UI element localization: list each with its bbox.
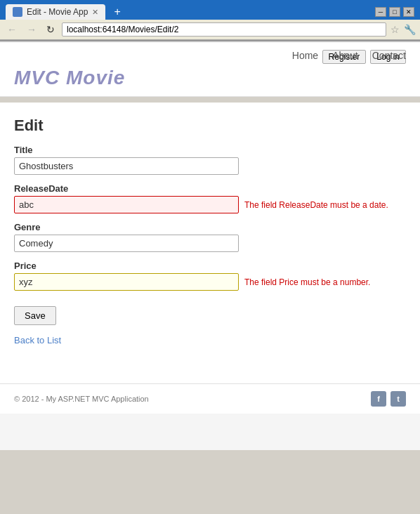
address-bar: ← → ↻ ☆ 🔧 [0, 20, 420, 40]
title-label: Title [14, 145, 406, 155]
save-button[interactable]: Save [14, 306, 56, 325]
site-nav: Home About Contact [292, 50, 406, 65]
nav-about[interactable]: About [332, 50, 358, 61]
release-date-field-group: ReleaseDate The field ReleaseDate must b… [14, 183, 406, 213]
site-header: Register Log in MVC Movie Home About Con… [0, 43, 420, 97]
facebook-icon[interactable]: f [371, 391, 386, 407]
genre-field-group: Genre [14, 222, 406, 252]
nav-contact[interactable]: Contact [372, 50, 406, 61]
window-controls: ─ □ ✕ [375, 7, 414, 17]
footer-social-icons: f t [371, 391, 406, 407]
close-btn[interactable]: ✕ [403, 7, 414, 17]
nav-home[interactable]: Home [292, 50, 318, 61]
site-title: MVC Movie [14, 67, 125, 88]
footer-copyright: © 2012 - My ASP.NET MVC Application [14, 395, 149, 403]
price-row: The field Price must be a number. [14, 273, 406, 291]
price-error: The field Price must be a number. [244, 277, 370, 287]
new-tab-btn[interactable]: + [110, 6, 124, 18]
address-input[interactable] [62, 22, 386, 37]
genre-input[interactable] [14, 235, 239, 252]
forward-btn[interactable]: → [24, 22, 39, 37]
settings-icon[interactable]: 🔧 [404, 24, 416, 35]
title-input[interactable] [14, 157, 239, 175]
genre-label: Genre [14, 222, 406, 232]
back-to-list-link[interactable]: Back to List [14, 335, 406, 345]
refresh-btn[interactable]: ↻ [44, 22, 58, 37]
gray-separator [0, 97, 420, 103]
minimize-btn[interactable]: ─ [375, 7, 386, 17]
price-input[interactable] [14, 273, 239, 291]
browser-tab[interactable]: Edit - Movie App ✕ [6, 4, 105, 20]
bookmark-icon[interactable]: ☆ [391, 24, 400, 35]
window-chrome: Edit - Movie App ✕ + ─ □ ✕ [0, 0, 420, 20]
twitter-icon[interactable]: t [391, 391, 406, 407]
main-content: Edit Title ReleaseDate The field Release… [0, 103, 420, 383]
release-date-row: The field ReleaseDate must be a date. [14, 196, 406, 213]
title-field-group: Title [14, 145, 406, 175]
site-footer: © 2012 - My ASP.NET MVC Application f t [0, 383, 420, 414]
price-field-group: Price The field Price must be a number. [14, 261, 406, 291]
tab-close-btn[interactable]: ✕ [92, 8, 98, 17]
back-btn[interactable]: ← [4, 22, 20, 37]
release-date-input[interactable] [14, 196, 239, 213]
maximize-btn[interactable]: □ [389, 7, 400, 17]
page-title: Edit [14, 117, 406, 135]
tab-title: Edit - Movie App [27, 7, 88, 17]
release-date-label: ReleaseDate [14, 183, 406, 194]
tab-favicon [13, 7, 22, 17]
price-label: Price [14, 261, 406, 271]
page-wrapper: Register Log in MVC Movie Home About Con… [0, 43, 420, 450]
release-date-error: The field ReleaseDate must be a date. [244, 200, 388, 210]
